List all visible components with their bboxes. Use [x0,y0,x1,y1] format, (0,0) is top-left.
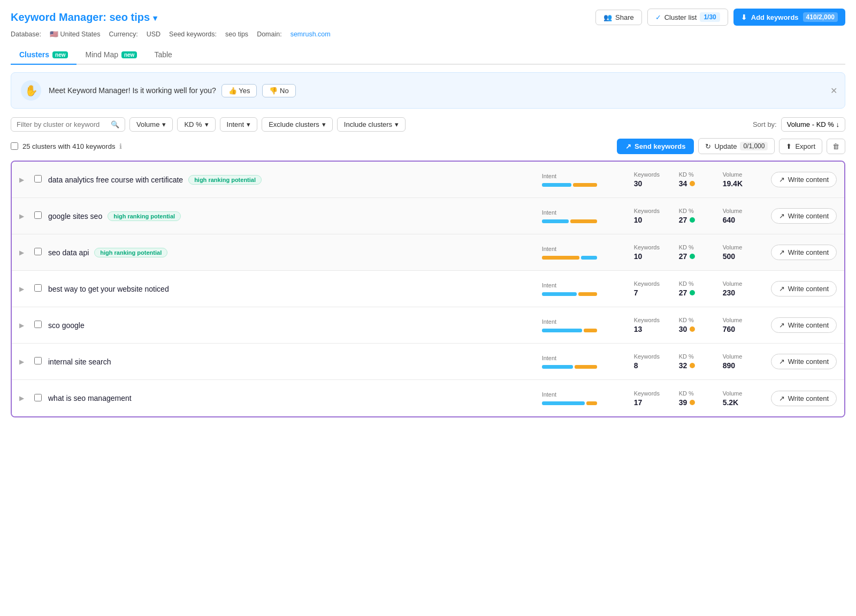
expand-icon[interactable]: ▶ [19,358,28,366]
volume-value: 760 [723,325,735,333]
kd-header: KD % [679,208,694,214]
tab-table[interactable]: Table [146,45,180,65]
row-checkbox[interactable] [34,394,42,401]
kd-filter-button[interactable]: KD % ▾ [177,117,215,132]
add-keywords-button[interactable]: ⬇ Add keywords 410/2,000 [733,9,845,26]
kd-header: KD % [679,280,694,287]
tab-clusters[interactable]: Clusters new [11,45,77,65]
cluster-list-count-badge: 1/30 [700,12,720,22]
expand-icon[interactable]: ▶ [19,394,28,402]
notification-close-button[interactable]: ✕ [830,86,837,96]
intent-segment [573,183,597,187]
kd-header: KD % [679,317,694,323]
intent-cell: Intent [542,391,628,405]
share-icon: 👥 [603,13,612,21]
keywords-header: Keywords [634,171,660,178]
export-button[interactable]: ⬆ Export [779,139,822,154]
keywords-value: 10 [634,252,643,261]
intent-filter-button[interactable]: Intent ▾ [220,117,258,132]
expand-icon[interactable]: ▶ [19,249,28,256]
share-button[interactable]: 👥 Share [595,10,642,25]
tab-mindmap[interactable]: Mind Map new [77,45,146,65]
send-keywords-button[interactable]: ↗ Send keywords [617,139,694,154]
domain-value[interactable]: semrush.com [291,31,331,38]
write-content-button[interactable]: ↗ Write content [771,354,837,369]
write-icon: ↗ [779,285,785,293]
page-title: Keyword Manager: seo tips ▾ [11,11,157,24]
row-checkbox[interactable] [34,248,42,255]
intent-cell: Intent [542,355,628,369]
cluster-list-button[interactable]: ✓ Cluster list 1/30 [647,9,728,26]
intent-cell: Intent [542,173,628,187]
row-checkbox[interactable] [34,357,42,364]
select-all-checkbox[interactable] [11,142,18,150]
keywords-header: Keywords [634,208,660,214]
row-checkbox[interactable] [34,175,42,182]
intent-cell: Intent [542,282,628,296]
kd-header: KD % [679,390,694,397]
write-icon: ↗ [779,248,785,256]
intent-header: Intent [542,246,628,252]
expand-icon[interactable]: ▶ [19,176,28,184]
keywords-cell: Keywords 30 [634,171,672,188]
write-content-button[interactable]: ↗ Write content [771,208,837,224]
yes-button[interactable]: 👍 Yes [221,84,257,97]
intent-bar [542,219,628,223]
kd-cell: KD % 32 [679,353,716,370]
volume-filter-button[interactable]: Volume ▾ [129,117,173,132]
keywords-value: 10 [634,216,643,224]
row-checkbox[interactable] [34,321,42,328]
expand-icon[interactable]: ▶ [19,212,28,220]
filter-bar: 🔍 Volume ▾ KD % ▾ Intent ▾ Exclude clust… [11,117,845,132]
write-content-button[interactable]: ↗ Write content [771,245,837,260]
row-checkbox[interactable] [34,284,42,292]
delete-button[interactable]: 🗑 [827,139,845,154]
kd-value: 32 [679,361,696,370]
intent-cell: Intent [542,209,628,223]
row-checkbox-wrap [34,357,42,366]
header: Keyword Manager: seo tips ▾ 👥 Share ✓ Cl… [11,9,845,26]
keywords-value: 30 [634,179,643,188]
volume-value: 230 [723,288,735,297]
notification-text: Meet Keyword Manager! Is it working well… [49,84,296,97]
intent-header: Intent [542,173,628,179]
actions-right: ↗ Send keywords ↻ Update 0/1,000 ⬆ Expor… [617,138,845,154]
kd-dot-icon [690,326,695,332]
write-icon: ↗ [779,394,785,402]
keywords-header: Keywords [634,244,660,250]
table-row: ▶ internal site search Intent Keywords 8… [12,344,844,380]
intent-cell: Intent [542,246,628,260]
title-dropdown-icon[interactable]: ▾ [153,13,157,22]
chevron-down-icon: ▾ [205,120,209,128]
volume-cell: Volume 760 [723,317,760,333]
intent-segment [542,219,569,223]
mindmap-badge: new [121,51,137,58]
kd-dot-icon [690,181,695,186]
kd-value: 27 [679,252,696,261]
expand-icon[interactable]: ▶ [19,322,28,329]
volume-header: Volume [723,317,743,323]
include-clusters-button[interactable]: Include clusters ▾ [337,117,406,132]
write-content-button[interactable]: ↗ Write content [771,391,837,406]
search-input[interactable] [17,120,108,128]
row-checkbox-wrap [34,175,42,184]
update-button[interactable]: ↻ Update 0/1,000 [698,138,775,154]
row-checkbox[interactable] [34,211,42,219]
title-project: seo tips [109,11,150,23]
keywords-header: Keywords [634,390,660,397]
domain-label: Domain: [257,31,282,38]
keywords-cell: Keywords 17 [634,390,672,407]
write-content-button[interactable]: ↗ Write content [771,172,837,187]
intent-segment [542,292,577,296]
expand-icon[interactable]: ▶ [19,285,28,293]
intent-header: Intent [542,355,628,361]
volume-value: 640 [723,216,735,224]
exclude-clusters-button[interactable]: Exclude clusters ▾ [262,117,333,132]
no-button[interactable]: 👎 No [262,84,295,97]
keywords-cell: Keywords 7 [634,280,672,297]
currency-value: USD [147,31,160,38]
sort-select-button[interactable]: Volume - KD % ↓ [781,117,845,132]
notification-icon: ✋ [21,80,41,101]
write-content-button[interactable]: ↗ Write content [771,281,837,296]
write-content-button[interactable]: ↗ Write content [771,317,837,333]
